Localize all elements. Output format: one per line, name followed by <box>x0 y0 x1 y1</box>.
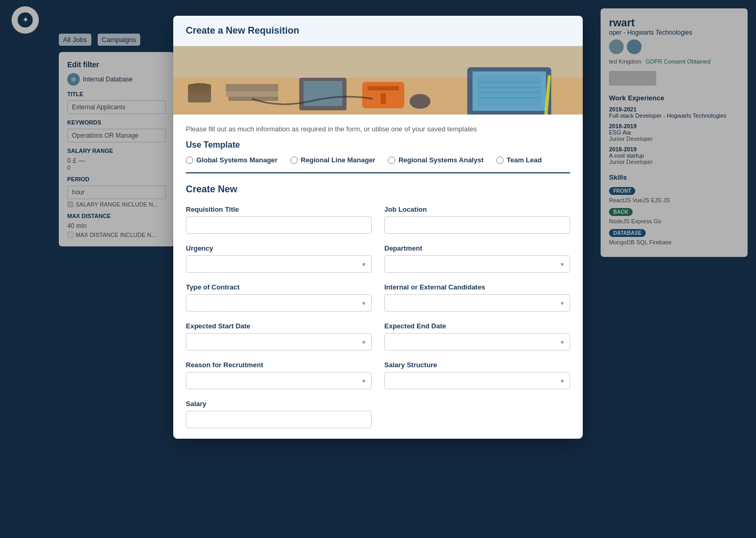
use-template-title: Use Template <box>186 140 570 150</box>
urgency-field: Urgency High Medium Low <box>186 244 372 273</box>
modal-body: Please fill out as much information as r… <box>173 115 583 439</box>
salary-structure-label: Salary Structure <box>384 361 570 369</box>
end-date-field: Expected End Date <box>384 322 570 350</box>
svg-rect-22 <box>189 85 210 96</box>
start-date-select[interactable] <box>186 333 372 350</box>
create-requisition-modal: Create a New Requisition <box>173 16 583 439</box>
end-date-select-wrapper <box>384 333 570 350</box>
start-date-select-wrapper <box>186 333 372 350</box>
template-option-team-lead[interactable]: Team Lead <box>496 156 542 164</box>
salary-structure-field: Salary Structure Annual Hourly Daily <box>384 361 570 389</box>
requisition-title-input[interactable] <box>186 216 372 234</box>
candidates-type-label: Internal or External Candidates <box>384 283 570 291</box>
template-label-regional-line: Regional Line Manager <box>301 156 375 164</box>
end-date-label: Expected End Date <box>384 322 570 330</box>
end-date-select[interactable] <box>384 333 570 350</box>
svg-rect-14 <box>381 94 386 104</box>
template-option-global[interactable]: Global Systems Manager <box>186 156 278 164</box>
svg-rect-7 <box>478 75 541 107</box>
form-grid: Requisition Title Job Location Urgency H… <box>186 205 570 428</box>
svg-rect-13 <box>368 86 399 90</box>
template-option-regional-line[interactable]: Regional Line Manager <box>290 156 375 164</box>
template-label-regional-systems: Regional Systems Analyst <box>398 156 484 164</box>
svg-rect-17 <box>226 84 278 91</box>
start-date-field: Expected Start Date <box>186 322 372 350</box>
template-radio-regional-systems[interactable] <box>388 157 395 164</box>
job-location-label: Job Location <box>384 205 570 213</box>
start-date-label: Expected Start Date <box>186 322 372 330</box>
contract-type-select[interactable]: Permanent Contract Temporary <box>186 294 372 312</box>
template-label-global: Global Systems Manager <box>196 156 278 164</box>
modal-header: Create a New Requisition <box>173 16 583 46</box>
contract-type-label: Type of Contract <box>186 283 372 291</box>
department-label: Department <box>384 244 570 252</box>
reason-select[interactable]: New Role Replacement Expansion <box>186 372 372 389</box>
requisition-title-label: Requisition Title <box>186 205 372 213</box>
create-new-title: Create New <box>186 184 570 195</box>
svg-rect-16 <box>303 81 342 106</box>
template-option-regional-systems[interactable]: Regional Systems Analyst <box>388 156 484 164</box>
salary-field: Salary <box>186 400 372 428</box>
urgency-select-wrapper: High Medium Low <box>186 255 372 273</box>
reason-select-wrapper: New Role Replacement Expansion <box>186 372 372 389</box>
salary-input[interactable] <box>186 411 372 428</box>
department-field: Department Engineering HR Finance <box>384 244 570 273</box>
template-label-team-lead: Team Lead <box>507 156 542 164</box>
modal-description: Please fill out as much information as r… <box>186 125 570 133</box>
modal-title: Create a New Requisition <box>186 25 570 36</box>
svg-rect-18 <box>226 91 278 97</box>
job-location-input[interactable] <box>384 216 570 234</box>
salary-structure-select[interactable]: Annual Hourly Daily <box>384 372 570 389</box>
contract-type-select-wrapper: Permanent Contract Temporary <box>186 294 372 312</box>
department-select-wrapper: Engineering HR Finance <box>384 255 570 273</box>
template-radio-global[interactable] <box>186 157 193 164</box>
salary-structure-select-wrapper: Annual Hourly Daily <box>384 372 570 389</box>
urgency-label: Urgency <box>186 244 372 252</box>
urgency-select[interactable]: High Medium Low <box>186 255 372 273</box>
reason-label: Reason for Recruitment <box>186 361 372 369</box>
template-radio-regional-line[interactable] <box>290 157 298 164</box>
department-select[interactable]: Engineering HR Finance <box>384 255 570 273</box>
modal-banner <box>173 46 583 115</box>
requisition-title-field: Requisition Title <box>186 205 372 234</box>
candidates-type-select[interactable]: Internal External Both <box>384 294 570 312</box>
job-location-field: Job Location <box>384 205 570 234</box>
template-options: Global Systems Manager Regional Line Man… <box>186 156 570 173</box>
candidates-type-select-wrapper: Internal External Both <box>384 294 570 312</box>
reason-field: Reason for Recruitment New Role Replacem… <box>186 361 372 389</box>
salary-label: Salary <box>186 400 372 408</box>
template-radio-team-lead[interactable] <box>496 157 503 164</box>
contract-type-field: Type of Contract Permanent Contract Temp… <box>186 283 372 312</box>
candidates-type-field: Internal or External Candidates Internal… <box>384 283 570 312</box>
